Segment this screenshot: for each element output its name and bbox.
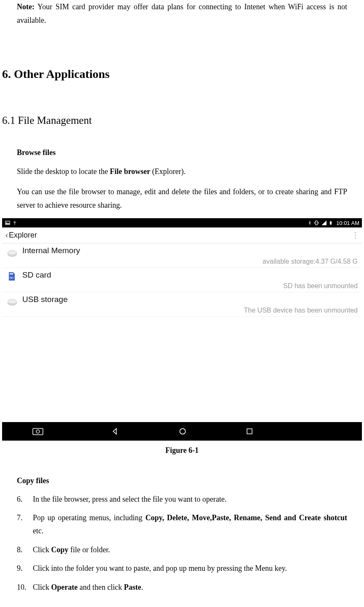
storage-item-internal[interactable]: Internal Memory available storage:4.37 G… [2, 243, 362, 268]
nav-back-icon[interactable] [111, 427, 120, 436]
svg-rect-9 [12, 273, 13, 275]
note-paragraph: Note: Your SIM card provider may offer d… [0, 0, 364, 27]
explorer-appbar: ‹ Explorer [2, 227, 362, 243]
storage-sub: The USB device has been unmounted [22, 305, 358, 316]
android-nav-bar [2, 422, 362, 441]
blank-area [2, 317, 362, 422]
status-clock: 10:01 AM [336, 219, 359, 227]
signal-icon [321, 220, 327, 226]
back-chevron-icon[interactable]: ‹ [5, 230, 8, 241]
browse-p2: You can use the file browser to manage, … [0, 185, 364, 212]
svg-rect-3 [330, 222, 332, 225]
note-label: Note: [17, 3, 35, 11]
camera-icon[interactable] [32, 427, 43, 436]
bluetooth-icon [308, 220, 312, 226]
section-heading: 6. Other Applications [0, 65, 364, 83]
vibrate-icon [314, 220, 319, 226]
storage-sub: available storage:4.37 G/4.58 G [22, 257, 358, 267]
battery-icon [329, 220, 333, 226]
svg-point-14 [36, 430, 40, 433]
note-text: Your SIM card provider may offer data pl… [17, 3, 347, 24]
psi-icon [12, 220, 17, 226]
svg-rect-13 [33, 428, 43, 435]
storage-item-sd[interactable]: SD SD card SD has been unmounted [2, 268, 362, 292]
drive-icon [6, 296, 18, 308]
drive-icon [6, 247, 18, 259]
list-item: 8. Click Copy file or folder. [17, 543, 347, 556]
storage-label: SD card [22, 270, 358, 280]
svg-rect-8 [11, 273, 12, 275]
storage-label: USB storage [22, 295, 358, 305]
list-item: 10. Click Operate and then click Paste. [17, 581, 347, 594]
copy-steps-list: 6. In the file browser, press and select… [0, 493, 364, 594]
storage-sub: SD has been unmounted [22, 281, 358, 291]
list-item: 7. Pop up operating menus, including Cop… [17, 511, 347, 537]
svg-rect-4 [330, 221, 331, 222]
svg-rect-16 [247, 429, 252, 434]
list-item: 9. Click into the folder you want to pas… [17, 562, 347, 575]
figure-6-1: 10:01 AM ‹ Explorer Internal Memor [0, 218, 364, 440]
sd-card-icon: SD [6, 271, 18, 283]
appbar-title: Explorer [9, 230, 352, 241]
browse-files-heading: Browse files [0, 147, 364, 158]
subsection-heading: 6.1 File Management [0, 112, 364, 128]
storage-item-usb[interactable]: USB storage The USB device has been unmo… [2, 292, 362, 317]
overflow-menu-icon[interactable] [352, 230, 359, 240]
svg-rect-7 [10, 273, 11, 275]
browse-p1: Slide the desktop to locate the File bro… [0, 165, 364, 178]
copy-files-heading: Copy files [0, 475, 364, 487]
svg-point-12 [8, 299, 17, 304]
figure-caption: Figure 6-1 [0, 445, 364, 456]
list-item: 6. In the file browser, press and select… [17, 493, 347, 506]
nav-home-icon[interactable] [178, 427, 187, 436]
storage-label: Internal Memory [22, 246, 358, 256]
storage-list: Internal Memory available storage:4.37 G… [2, 243, 362, 316]
nav-recent-icon[interactable] [246, 428, 253, 435]
svg-point-1 [6, 222, 7, 223]
image-icon [5, 220, 11, 226]
explorer-screenshot: 10:01 AM ‹ Explorer Internal Memor [2, 218, 362, 440]
svg-point-6 [8, 251, 17, 255]
svg-text:SD: SD [9, 276, 13, 279]
android-status-bar: 10:01 AM [2, 218, 362, 227]
svg-rect-2 [316, 221, 318, 225]
svg-point-15 [180, 428, 185, 434]
